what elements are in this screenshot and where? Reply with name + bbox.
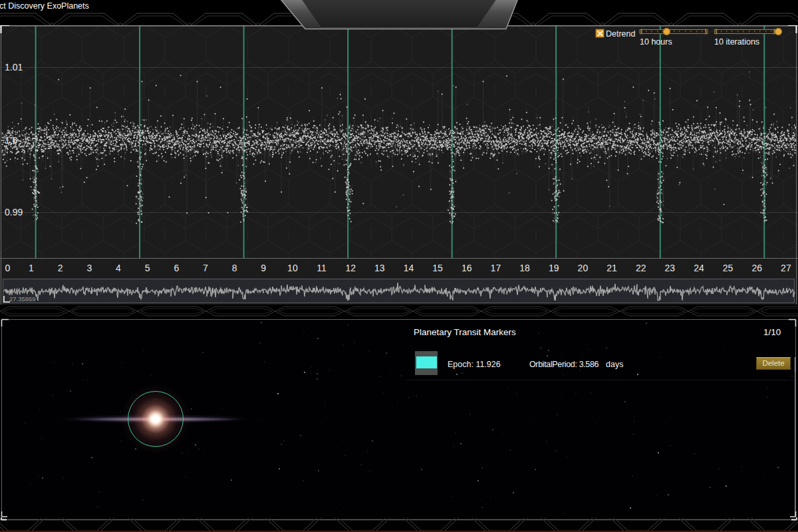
svg-text:Detrend: Detrend <box>606 29 636 39</box>
svg-text:24: 24 <box>694 263 704 273</box>
svg-text:15: 15 <box>432 263 443 273</box>
svg-text:8: 8 <box>232 263 237 273</box>
svg-text:16: 16 <box>462 263 472 273</box>
svg-text:5: 5 <box>145 263 150 273</box>
svg-text:27.35869: 27.35869 <box>9 295 36 303</box>
svg-text:11: 11 <box>317 263 327 273</box>
svg-text:21: 21 <box>606 263 617 273</box>
svg-text:1.01: 1.01 <box>5 62 23 72</box>
svg-text:18: 18 <box>519 263 530 273</box>
svg-text:27: 27 <box>781 263 791 273</box>
svg-text:10 iterations: 10 iterations <box>714 37 759 47</box>
svg-text:22: 22 <box>636 263 646 273</box>
svg-text:10 hours: 10 hours <box>640 37 672 47</box>
svg-text:0.99: 0.99 <box>5 207 23 217</box>
svg-text:20: 20 <box>578 263 589 273</box>
svg-text:4: 4 <box>116 263 121 273</box>
svg-text:25: 25 <box>723 263 733 273</box>
svg-text:26: 26 <box>752 263 763 273</box>
svg-text:14: 14 <box>404 263 414 273</box>
svg-text:9: 9 <box>261 263 266 273</box>
svg-text:12: 12 <box>345 263 356 273</box>
svg-text:7: 7 <box>203 263 208 273</box>
svg-text:13: 13 <box>374 263 385 273</box>
svg-text:10: 10 <box>287 263 298 273</box>
svg-text:19: 19 <box>549 263 559 273</box>
svg-text:1: 1 <box>29 263 34 273</box>
svg-text:17: 17 <box>491 263 501 273</box>
svg-text:3: 3 <box>86 263 92 273</box>
svg-text:23: 23 <box>665 263 676 273</box>
svg-text:0: 0 <box>5 263 11 273</box>
svg-text:6: 6 <box>174 263 179 273</box>
svg-text:1.0: 1.0 <box>5 135 18 146</box>
svg-text:2: 2 <box>58 263 63 273</box>
